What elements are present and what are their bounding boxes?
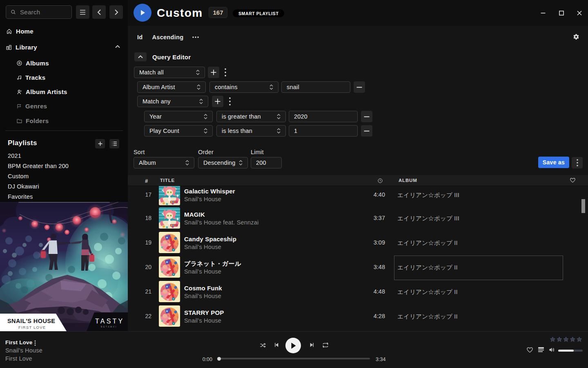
svg-text:BETAMXI: BETAMXI bbox=[101, 325, 117, 328]
svg-text:TASTY: TASTY bbox=[95, 318, 124, 325]
svg-text:SNAIL'S HOUSE: SNAIL'S HOUSE bbox=[7, 318, 55, 324]
svg-text:FIRST LOVE: FIRST LOVE bbox=[18, 325, 46, 330]
